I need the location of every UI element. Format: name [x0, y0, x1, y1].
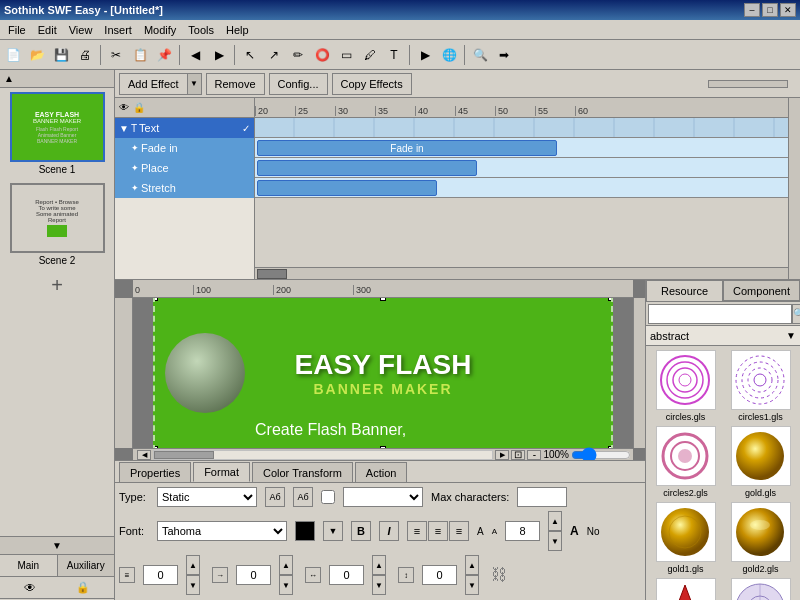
scene-2-thumb[interactable]: Report • BrowseTo write someSome animate…	[10, 183, 105, 266]
play-button[interactable]: ▶	[414, 44, 436, 66]
track-place[interactable]	[255, 158, 788, 178]
tab-auxiliary[interactable]: Auxiliary	[58, 555, 115, 576]
tab-component[interactable]: Component	[723, 280, 800, 301]
paste-button[interactable]: 📌	[153, 44, 175, 66]
menu-edit[interactable]: Edit	[32, 22, 63, 38]
align-right-btn[interactable]: ≡	[449, 521, 469, 541]
zoom-out-icon[interactable]: -	[527, 450, 541, 460]
open-button[interactable]: 📂	[26, 44, 48, 66]
text-tool[interactable]: T	[383, 44, 405, 66]
save-button[interactable]: 💾	[50, 44, 72, 66]
menu-insert[interactable]: Insert	[98, 22, 138, 38]
zoom-in[interactable]: 🔍	[469, 44, 491, 66]
type-select[interactable]: Static Dynamic Input	[157, 487, 257, 507]
bold-button[interactable]: B	[351, 521, 371, 541]
spacing-1-down[interactable]: ▼	[186, 575, 200, 595]
config-button[interactable]: Config...	[269, 73, 328, 95]
spacing-2-input[interactable]	[236, 565, 271, 585]
copy-effects-button[interactable]: Copy Effects	[332, 73, 412, 95]
resource-circles[interactable]: circles.gls	[650, 350, 721, 422]
spacing-1-input[interactable]	[143, 565, 178, 585]
remove-button[interactable]: Remove	[206, 73, 265, 95]
resource-gold2[interactable]: gold2.gls	[725, 502, 796, 574]
canvas-scrollbar-v[interactable]	[633, 298, 645, 448]
pointer-tool[interactable]: ↗	[263, 44, 285, 66]
timeline-row-text[interactable]: ▼ T Text ✓	[115, 118, 254, 138]
add-effect-dropdown[interactable]: ▼	[188, 73, 202, 95]
scroll-left-btn[interactable]: ◀	[137, 450, 151, 460]
resource-gold[interactable]: gold.gls	[725, 426, 796, 498]
font-size-down[interactable]: ▼	[548, 531, 562, 551]
export-button[interactable]: 🌐	[438, 44, 460, 66]
font-select[interactable]: Tahoma	[157, 521, 287, 541]
spacing-3-up[interactable]: ▲	[372, 555, 386, 575]
resource-gold1[interactable]: gold1.gls	[650, 502, 721, 574]
tab-properties[interactable]: Properties	[119, 462, 191, 482]
resource-circles1[interactable]: circles1.gls	[725, 350, 796, 422]
canvas-scrollbar-h[interactable]: ◀ ▶ ⊡ - 100%	[133, 448, 633, 460]
draw-tool[interactable]: ✏	[287, 44, 309, 66]
timeline-scrollbar-v[interactable]	[788, 98, 800, 279]
spacing-4-up[interactable]: ▲	[465, 555, 479, 575]
spacing-2-down[interactable]: ▼	[279, 575, 293, 595]
resource-circles2[interactable]: circles2.gls	[650, 426, 721, 498]
max-chars-input[interactable]	[517, 487, 567, 507]
text-format-btn-b[interactable]: Aб	[293, 487, 313, 507]
scenes-up-arrow[interactable]: ▲	[4, 73, 14, 84]
menu-tools[interactable]: Tools	[182, 22, 220, 38]
resource-search-input[interactable]	[648, 304, 792, 324]
copy-button[interactable]: 📋	[129, 44, 151, 66]
tab-format[interactable]: Format	[193, 462, 250, 482]
font-color-swatch[interactable]	[295, 521, 315, 541]
align-center-btn[interactable]: ≡	[428, 521, 448, 541]
tab-action[interactable]: Action	[355, 462, 408, 482]
menu-modify[interactable]: Modify	[138, 22, 182, 38]
spacing-1-up[interactable]: ▲	[186, 555, 200, 575]
minimize-button[interactable]: –	[744, 3, 760, 17]
timeline-row-fade[interactable]: ✦ Fade in	[115, 138, 254, 158]
embed-select[interactable]	[343, 487, 423, 507]
timeline-row-place[interactable]: ✦ Place	[115, 158, 254, 178]
rect-tool[interactable]: ▭	[335, 44, 357, 66]
scenes-down-arrow[interactable]: ▼	[52, 540, 62, 551]
canvas-h-scroll-track[interactable]	[153, 450, 493, 460]
html-checkbox[interactable]	[321, 490, 335, 504]
print-button[interactable]: 🖨	[74, 44, 96, 66]
timeline-scroll-thumb[interactable]	[257, 269, 287, 279]
timeline-row-stretch[interactable]: ✦ Stretch	[115, 178, 254, 198]
menu-help[interactable]: Help	[220, 22, 255, 38]
close-button[interactable]: ✕	[780, 3, 796, 17]
tab-resource[interactable]: Resource	[646, 280, 723, 301]
pen-tool[interactable]: 🖊	[359, 44, 381, 66]
scroll-right-btn[interactable]: ▶	[495, 450, 509, 460]
menu-file[interactable]: File	[2, 22, 32, 38]
font-size-input[interactable]	[505, 521, 540, 541]
resource-inside-star[interactable]: inside-star...	[650, 578, 721, 600]
resource-inspiration[interactable]: inspiration...	[725, 578, 796, 600]
align-left-btn[interactable]: ≡	[407, 521, 427, 541]
italic-button[interactable]: I	[379, 521, 399, 541]
spacing-4-down[interactable]: ▼	[465, 575, 479, 595]
scene-1-thumb[interactable]: EASY FLASH BANNER MAKER Flash Flash Repo…	[10, 92, 105, 175]
category-arrow[interactable]: ▼	[786, 330, 796, 341]
select-tool[interactable]: ↖	[239, 44, 261, 66]
zoom-slider[interactable]	[571, 447, 631, 461]
link-icon[interactable]: ⛓	[491, 566, 507, 584]
oval-tool[interactable]: ⭕	[311, 44, 333, 66]
spacing-2-up[interactable]: ▲	[279, 555, 293, 575]
add-scene-button[interactable]: +	[10, 270, 105, 300]
text-format-btn-a[interactable]: Aб	[265, 487, 285, 507]
font-choose-btn[interactable]: ▼	[323, 521, 343, 541]
tab-color-transform[interactable]: Color Transform	[252, 462, 353, 482]
font-size-up[interactable]: ▲	[548, 511, 562, 531]
spacing-4-input[interactable]	[422, 565, 457, 585]
add-effect-button[interactable]: Add Effect	[119, 73, 188, 95]
timeline-scrollbar-h[interactable]	[255, 267, 788, 279]
track-fade[interactable]: Fade in	[255, 138, 788, 158]
eye-icon[interactable]: 👁	[24, 581, 36, 595]
maximize-button[interactable]: □	[762, 3, 778, 17]
fit-icon[interactable]: ⊡	[511, 450, 525, 460]
tab-main[interactable]: Main	[0, 555, 58, 576]
track-text[interactable]	[255, 118, 788, 138]
menu-view[interactable]: View	[63, 22, 99, 38]
